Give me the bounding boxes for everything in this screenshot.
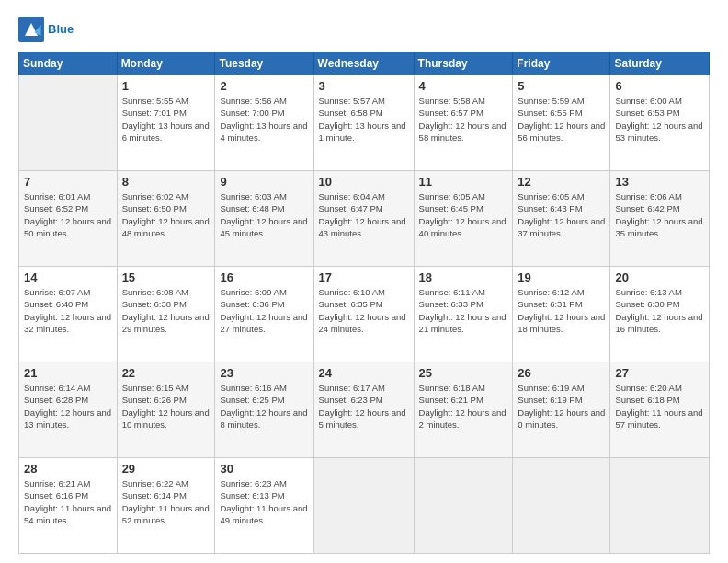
calendar-header-row: SundayMondayTuesdayWednesdayThursdayFrid… — [19, 52, 710, 75]
logo-line2: Blue — [48, 22, 74, 37]
day-number: 17 — [319, 270, 409, 284]
day-info: Sunrise: 5:58 AMSunset: 6:57 PMDaylight:… — [419, 95, 508, 144]
calendar-cell: 4Sunrise: 5:58 AMSunset: 6:57 PMDaylight… — [414, 75, 513, 171]
calendar-cell: 19Sunrise: 6:12 AMSunset: 6:31 PMDayligh… — [513, 267, 610, 362]
day-info: Sunrise: 6:00 AMSunset: 6:53 PMDaylight:… — [615, 95, 704, 144]
calendar-day-header: Friday — [513, 52, 610, 75]
calendar-cell: 11Sunrise: 6:05 AMSunset: 6:45 PMDayligh… — [414, 171, 513, 267]
day-number: 5 — [518, 79, 605, 93]
calendar-week-row: 7Sunrise: 6:01 AMSunset: 6:52 PMDaylight… — [19, 171, 710, 267]
day-info: Sunrise: 6:02 AMSunset: 6:50 PMDaylight:… — [122, 190, 210, 239]
day-number: 2 — [220, 79, 308, 93]
calendar-cell: 28Sunrise: 6:21 AMSunset: 6:16 PMDayligh… — [19, 458, 118, 554]
day-number: 23 — [220, 366, 308, 380]
calendar-day-header: Tuesday — [215, 52, 313, 75]
calendar-day-header: Sunday — [19, 52, 118, 75]
calendar-cell: 12Sunrise: 6:05 AMSunset: 6:43 PMDayligh… — [513, 171, 610, 267]
calendar-cell: 6Sunrise: 6:00 AMSunset: 6:53 PMDaylight… — [610, 75, 710, 171]
day-number: 1 — [122, 79, 210, 93]
day-number: 25 — [419, 366, 508, 380]
calendar-cell: 26Sunrise: 6:19 AMSunset: 6:19 PMDayligh… — [513, 362, 610, 458]
day-info: Sunrise: 6:22 AMSunset: 6:14 PMDaylight:… — [122, 477, 210, 526]
day-number: 29 — [122, 462, 210, 476]
calendar-cell: 1Sunrise: 5:55 AMSunset: 7:01 PMDaylight… — [117, 75, 215, 171]
calendar-cell — [414, 458, 513, 554]
calendar-cell: 16Sunrise: 6:09 AMSunset: 6:36 PMDayligh… — [215, 267, 313, 362]
calendar-week-row: 21Sunrise: 6:14 AMSunset: 6:28 PMDayligh… — [19, 362, 710, 458]
calendar-cell: 3Sunrise: 5:57 AMSunset: 6:58 PMDaylight… — [313, 75, 414, 171]
calendar-cell — [19, 75, 118, 171]
logo-text: Blue — [48, 22, 74, 37]
calendar-cell: 15Sunrise: 6:08 AMSunset: 6:38 PMDayligh… — [117, 267, 215, 362]
day-number: 28 — [24, 462, 112, 476]
day-number: 6 — [615, 79, 704, 93]
day-info: Sunrise: 6:09 AMSunset: 6:36 PMDaylight:… — [220, 286, 308, 335]
day-info: Sunrise: 6:17 AMSunset: 6:23 PMDaylight:… — [319, 382, 409, 431]
day-number: 4 — [419, 79, 508, 93]
calendar-cell: 17Sunrise: 6:10 AMSunset: 6:35 PMDayligh… — [313, 267, 414, 362]
day-number: 20 — [615, 270, 704, 284]
calendar-cell — [313, 458, 414, 554]
header: Blue — [18, 17, 710, 42]
day-number: 22 — [122, 366, 210, 380]
day-number: 24 — [319, 366, 409, 380]
calendar-cell: 20Sunrise: 6:13 AMSunset: 6:30 PMDayligh… — [610, 267, 710, 362]
calendar-week-row: 1Sunrise: 5:55 AMSunset: 7:01 PMDaylight… — [19, 75, 710, 171]
day-info: Sunrise: 5:56 AMSunset: 7:00 PMDaylight:… — [220, 95, 308, 144]
day-number: 10 — [319, 175, 409, 189]
day-info: Sunrise: 6:03 AMSunset: 6:48 PMDaylight:… — [220, 190, 308, 239]
day-number: 9 — [220, 175, 308, 189]
day-info: Sunrise: 6:13 AMSunset: 6:30 PMDaylight:… — [615, 286, 704, 335]
calendar-cell — [513, 458, 610, 554]
day-number: 21 — [24, 366, 112, 380]
calendar-cell: 7Sunrise: 6:01 AMSunset: 6:52 PMDaylight… — [19, 171, 118, 267]
calendar-cell: 22Sunrise: 6:15 AMSunset: 6:26 PMDayligh… — [117, 362, 215, 458]
day-info: Sunrise: 5:57 AMSunset: 6:58 PMDaylight:… — [319, 95, 409, 144]
day-info: Sunrise: 6:14 AMSunset: 6:28 PMDaylight:… — [24, 382, 112, 431]
day-number: 19 — [518, 270, 605, 284]
calendar-cell: 30Sunrise: 6:23 AMSunset: 6:13 PMDayligh… — [215, 458, 313, 554]
logo-icon — [18, 17, 44, 42]
day-info: Sunrise: 6:11 AMSunset: 6:33 PMDaylight:… — [419, 286, 508, 335]
day-info: Sunrise: 6:12 AMSunset: 6:31 PMDaylight:… — [518, 286, 605, 335]
day-number: 12 — [518, 175, 605, 189]
calendar-cell: 25Sunrise: 6:18 AMSunset: 6:21 PMDayligh… — [414, 362, 513, 458]
calendar-cell: 5Sunrise: 5:59 AMSunset: 6:55 PMDaylight… — [513, 75, 610, 171]
calendar-day-header: Wednesday — [313, 52, 414, 75]
calendar-day-header: Monday — [117, 52, 215, 75]
calendar-cell: 27Sunrise: 6:20 AMSunset: 6:18 PMDayligh… — [610, 362, 710, 458]
day-info: Sunrise: 6:16 AMSunset: 6:25 PMDaylight:… — [220, 382, 308, 431]
day-info: Sunrise: 6:10 AMSunset: 6:35 PMDaylight:… — [319, 286, 409, 335]
day-info: Sunrise: 6:18 AMSunset: 6:21 PMDaylight:… — [419, 382, 508, 431]
page: Blue SundayMondayTuesdayWednesdayThursda… — [0, 0, 728, 563]
day-info: Sunrise: 6:23 AMSunset: 6:13 PMDaylight:… — [220, 477, 308, 526]
day-info: Sunrise: 6:15 AMSunset: 6:26 PMDaylight:… — [122, 382, 210, 431]
calendar-cell: 24Sunrise: 6:17 AMSunset: 6:23 PMDayligh… — [313, 362, 414, 458]
day-number: 13 — [615, 175, 704, 189]
day-number: 16 — [220, 270, 308, 284]
day-info: Sunrise: 6:19 AMSunset: 6:19 PMDaylight:… — [518, 382, 605, 431]
day-info: Sunrise: 6:06 AMSunset: 6:42 PMDaylight:… — [615, 190, 704, 239]
day-info: Sunrise: 6:08 AMSunset: 6:38 PMDaylight:… — [122, 286, 210, 335]
day-number: 14 — [24, 270, 112, 284]
calendar-cell — [610, 458, 710, 554]
day-number: 15 — [122, 270, 210, 284]
logo: Blue — [18, 17, 74, 42]
calendar-week-row: 28Sunrise: 6:21 AMSunset: 6:16 PMDayligh… — [19, 458, 710, 554]
calendar-week-row: 14Sunrise: 6:07 AMSunset: 6:40 PMDayligh… — [19, 267, 710, 362]
day-number: 27 — [615, 366, 704, 380]
day-info: Sunrise: 6:05 AMSunset: 6:43 PMDaylight:… — [518, 190, 605, 239]
calendar-cell: 29Sunrise: 6:22 AMSunset: 6:14 PMDayligh… — [117, 458, 215, 554]
calendar-day-header: Thursday — [414, 52, 513, 75]
day-info: Sunrise: 6:04 AMSunset: 6:47 PMDaylight:… — [319, 190, 409, 239]
day-info: Sunrise: 6:21 AMSunset: 6:16 PMDaylight:… — [24, 477, 112, 526]
day-number: 7 — [24, 175, 112, 189]
day-info: Sunrise: 6:20 AMSunset: 6:18 PMDaylight:… — [615, 382, 704, 431]
calendar-cell: 14Sunrise: 6:07 AMSunset: 6:40 PMDayligh… — [19, 267, 118, 362]
calendar-cell: 9Sunrise: 6:03 AMSunset: 6:48 PMDaylight… — [215, 171, 313, 267]
calendar-cell: 23Sunrise: 6:16 AMSunset: 6:25 PMDayligh… — [215, 362, 313, 458]
day-info: Sunrise: 6:05 AMSunset: 6:45 PMDaylight:… — [419, 190, 508, 239]
day-number: 30 — [220, 462, 308, 476]
day-info: Sunrise: 6:01 AMSunset: 6:52 PMDaylight:… — [24, 190, 112, 239]
day-number: 18 — [419, 270, 508, 284]
